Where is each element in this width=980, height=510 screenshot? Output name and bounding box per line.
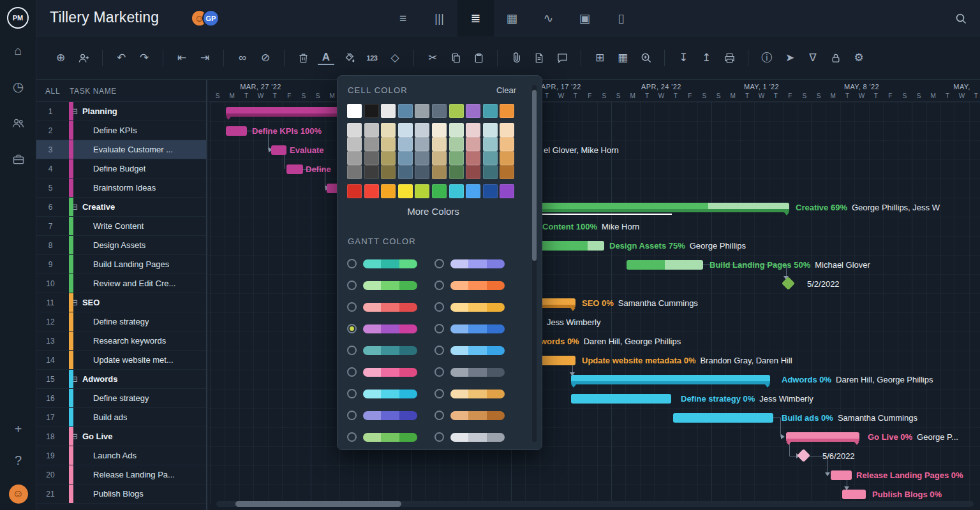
export-button[interactable]: ↥ — [698, 50, 715, 66]
task-row[interactable]: 19Launch Ads — [36, 446, 206, 465]
home-icon[interactable]: ⌂ — [0, 36, 36, 65]
gantt-view-icon[interactable]: ≣ — [457, 0, 494, 36]
cell-color-swatch[interactable] — [398, 104, 413, 118]
cell-color-swatch[interactable] — [483, 184, 498, 198]
task-row[interactable]: 7Write Content — [36, 217, 206, 236]
gantt-color-preview[interactable] — [450, 281, 505, 290]
portfolio-icon[interactable] — [0, 145, 36, 174]
insert-columns-button[interactable]: ⊞ — [591, 50, 608, 66]
cell-color-swatch[interactable] — [432, 184, 447, 198]
filter-button[interactable]: ∇ — [805, 50, 821, 66]
gantt-color-radio[interactable] — [434, 411, 444, 420]
unlink-tasks-button[interactable]: ⊘ — [257, 50, 274, 66]
task-row[interactable]: 9Build Landing Pages — [36, 255, 206, 274]
cell-color-swatch[interactable] — [432, 151, 447, 165]
cell-color-swatch[interactable] — [500, 184, 514, 198]
gantt-color-radio[interactable] — [347, 389, 357, 398]
gantt-color-preview[interactable] — [450, 433, 505, 442]
task-row[interactable]: 8Design Assets — [36, 236, 206, 255]
cell-color-swatch[interactable] — [364, 165, 379, 179]
gantt-color-radio[interactable] — [347, 302, 357, 312]
cell-color-swatch[interactable] — [483, 104, 498, 118]
app-logo[interactable]: PM — [7, 7, 29, 29]
cell-color-swatch[interactable] — [347, 151, 362, 165]
more-colors-button[interactable]: More Colors — [338, 206, 529, 217]
cell-color-swatch[interactable] — [449, 104, 464, 118]
cell-color-swatch[interactable] — [415, 184, 429, 198]
gantt-color-radio[interactable] — [434, 259, 444, 268]
task-row[interactable]: 6⊟Creative — [36, 198, 206, 217]
horizontal-scrollbar[interactable] — [216, 501, 974, 507]
cell-color-swatch[interactable] — [466, 151, 480, 165]
gantt-color-preview[interactable] — [450, 390, 505, 398]
font-color-button[interactable]: A — [318, 51, 334, 65]
cell-color-swatch[interactable] — [347, 123, 362, 137]
gantt-color-radio[interactable] — [434, 324, 444, 333]
task-row[interactable]: 12Define strategy — [36, 312, 206, 332]
cell-color-swatch[interactable] — [415, 123, 429, 137]
sheet-view-icon[interactable]: ▦ — [494, 0, 530, 36]
member-avatar-initials[interactable]: GP — [202, 10, 219, 27]
cell-color-swatch[interactable] — [466, 165, 480, 179]
add-icon[interactable]: + — [0, 422, 36, 437]
gantt-bar[interactable] — [786, 432, 859, 442]
gantt-bar[interactable] — [842, 490, 866, 499]
task-row[interactable]: 1⊟Planning — [36, 102, 206, 121]
gantt-color-preview[interactable] — [450, 303, 505, 312]
cell-color-swatch[interactable] — [347, 165, 362, 179]
cell-color-swatch[interactable] — [381, 165, 396, 179]
gantt-bar[interactable] — [286, 164, 303, 174]
cell-color-swatch[interactable] — [347, 137, 362, 151]
gantt-bar[interactable] — [571, 394, 671, 404]
cell-color-swatch[interactable] — [466, 184, 480, 198]
gantt-bar[interactable] — [226, 126, 247, 136]
gantt-color-preview[interactable] — [450, 368, 505, 377]
cell-color-swatch[interactable] — [415, 137, 429, 151]
fill-color-button[interactable] — [341, 50, 357, 66]
link-tasks-button[interactable]: ∞ — [234, 50, 251, 66]
gantt-color-radio[interactable] — [347, 259, 357, 268]
assign-people-button[interactable] — [75, 50, 92, 66]
gantt-color-radio[interactable] — [434, 367, 444, 377]
gantt-bar[interactable] — [673, 413, 773, 423]
attach-button[interactable] — [508, 50, 524, 66]
cell-color-swatch[interactable] — [364, 123, 379, 137]
cell-color-swatch[interactable] — [432, 137, 447, 151]
cell-color-swatch[interactable] — [432, 123, 447, 137]
cell-color-swatch[interactable] — [381, 137, 396, 151]
task-row[interactable]: 2Define KPIs — [36, 121, 206, 140]
indent-button[interactable]: ⇥ — [197, 50, 213, 66]
cell-color-swatch[interactable] — [483, 123, 498, 137]
info-button[interactable]: ⓘ — [759, 50, 775, 66]
task-row[interactable]: 4Define Budget — [36, 159, 206, 178]
calendar-view-icon[interactable]: ▣ — [567, 0, 603, 36]
gantt-bar[interactable] — [271, 145, 286, 155]
cell-color-swatch[interactable] — [398, 165, 413, 179]
grid-button[interactable]: ▦ — [614, 50, 631, 66]
milestone-diamond[interactable] — [797, 449, 810, 462]
cell-color-swatch[interactable] — [364, 184, 379, 198]
activity-view-icon[interactable]: ∿ — [530, 0, 567, 36]
gantt-bar[interactable] — [831, 470, 852, 480]
undo-button[interactable]: ↶ — [113, 50, 130, 66]
column-header-task-name[interactable]: TASK NAME — [70, 87, 117, 96]
gantt-color-radio[interactable] — [434, 432, 444, 442]
cell-color-swatch[interactable] — [500, 104, 514, 118]
cut-button[interactable]: ✂ — [424, 50, 441, 66]
cell-color-swatch[interactable] — [347, 104, 362, 118]
delete-button[interactable] — [295, 50, 311, 66]
cell-color-swatch[interactable] — [466, 104, 480, 118]
cell-color-swatch[interactable] — [398, 151, 413, 165]
gantt-color-preview[interactable] — [363, 368, 417, 377]
help-icon[interactable]: ? — [0, 453, 36, 468]
doc-view-icon[interactable]: ▯ — [603, 0, 639, 36]
column-header-all[interactable]: ALL — [45, 87, 60, 96]
gantt-color-preview[interactable] — [363, 346, 417, 355]
task-row[interactable]: 17Build ads — [36, 408, 206, 427]
gantt-color-radio[interactable] — [347, 280, 357, 290]
task-row[interactable]: 11⊟SEO — [36, 293, 206, 312]
gantt-color-preview[interactable] — [450, 259, 505, 268]
cell-color-swatch[interactable] — [449, 184, 464, 198]
cell-color-swatch[interactable] — [398, 184, 413, 198]
gantt-color-preview[interactable] — [363, 390, 417, 398]
